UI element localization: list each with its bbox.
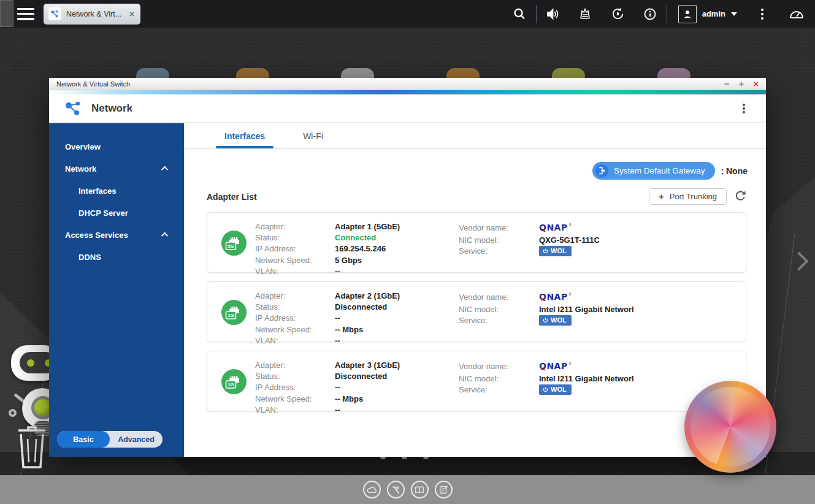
sidebar-item-overview[interactable]: Overview [49,136,184,158]
chevron-up-icon [161,232,168,239]
adapter-speed: 5 Gbps [335,254,400,265]
field-labels: Adapter:Status:IP Address:Network Speed:… [255,221,312,277]
adapter-speed: -- Mbps [335,393,400,404]
adapter-name: Adapter 2 (1GbE) [335,290,400,301]
close-icon[interactable]: × [753,79,759,88]
sidebar: Overview Network Interfaces DHCP Server … [49,123,184,457]
wol-badge: WOL [539,384,572,395]
field-labels: Adapter:Status:IP Address:Network Speed:… [255,359,312,415]
field-values: QNAP Intel I211 Gigabit Networl WOL [539,290,634,326]
corner-tile [0,0,13,27]
sidebar-item-network[interactable]: Network [49,158,184,180]
recycle-bin-icon[interactable] [13,422,50,473]
background-tasks-icon[interactable] [569,0,602,28]
tab-close-icon[interactable]: × [129,9,134,19]
plus-icon: + [659,191,664,202]
adapter-vlan: -- [335,404,400,415]
field-labels: Vendor name:NIC model:Service: [459,290,508,326]
app-header: Network [49,94,766,123]
qnap-vendor-logo: QNAP [539,223,568,232]
adapter-vlan: -- [335,335,400,346]
basic-toggle-button[interactable]: Basic [57,431,110,448]
desktop: Network & Virt... × [0,0,815,504]
field-labels: Vendor name:NIC model:Service: [459,221,508,257]
volume-icon[interactable] [537,0,569,28]
watermark-logo [684,381,776,473]
svg-text:1G: 1G [228,313,234,318]
field-values: Adapter 1 (5GbE) Connected 169.254.5.246… [335,221,400,277]
system-default-gateway-button[interactable]: System Default Gateway [592,162,716,180]
top-bar-actions: admin [503,0,815,28]
gateway-button-label: System Default Gateway [614,166,705,175]
adapter-list-header: Adapter List + Port Trunking [207,188,746,205]
notes-icon[interactable] [435,481,453,498]
adapter-status: Disconnected [335,370,400,381]
port-trunking-button[interactable]: + Port Trunking [649,188,727,205]
qnap-vendor-logo: QNAP [539,361,568,371]
open-app-tab[interactable]: Network & Virt... × [44,4,140,25]
book-icon[interactable] [411,481,429,498]
adapter-status: Disconnected [335,301,400,312]
dashboard-gauge-icon[interactable] [778,0,815,28]
nic-model: Intel I211 Gigabit Networl [539,304,634,315]
notifications-sync-icon[interactable] [602,0,634,28]
header-gradient-bar [49,90,766,94]
field-values: QNAP Intel I211 Gigabit Networl WOL [539,359,634,395]
minimize-icon[interactable]: − [724,79,730,88]
sidebar-item-interfaces[interactable]: Interfaces [49,180,184,202]
main-menu-icon[interactable] [17,8,34,20]
tab-interfaces[interactable]: Interfaces [216,123,274,148]
gateway-row: System Default Gateway : None [207,162,748,180]
user-icon [678,5,697,23]
tab-wifi[interactable]: Wi-Fi [294,123,332,148]
adapter-5g-icon: 5G [221,231,247,256]
field-labels: Vendor name:NIC model:Service: [459,359,508,395]
tools-hammer-icon[interactable] [387,481,405,498]
adapter-vlan: -- [335,265,400,277]
sidebar-item-access-services[interactable]: Access Services [49,224,184,246]
network-virtual-switch-window: Network & Virtual Switch − + × Network O… [49,78,766,457]
network-app-icon [48,7,61,20]
adapter-card-3: 1G Adapter:Status:IP Address:Network Spe… [207,351,746,411]
qnap-vendor-logo: QNAP [539,292,568,302]
sidebar-item-ddns[interactable]: DDNS [49,246,184,268]
adapter-ip: -- [335,313,400,324]
wol-badge: WOL [539,315,572,326]
nic-model: Intel I211 Gigabit Networl [539,373,634,384]
tab-title: Network & Virt... [66,10,124,18]
bottom-dock [0,475,815,504]
more-options-icon[interactable] [746,0,778,28]
window-title: Network & Virtual Switch [56,80,130,88]
page-title: Network [91,102,132,115]
adapter-ip: -- [335,382,400,393]
advanced-toggle-button[interactable]: Advanced [110,431,163,448]
refresh-icon[interactable] [735,189,746,204]
search-icon[interactable] [503,0,536,28]
basic-advanced-toggle: Basic Advanced [57,431,163,448]
adapter-name: Adapter 1 (5GbE) [335,221,400,232]
cloud-icon[interactable] [363,481,381,498]
field-values: Adapter 3 (1GbE) Disconnected -- -- Mbps… [335,359,400,415]
gateway-value: : None [721,166,748,176]
field-values: QNAP QXG-5G1T-111C WOL [539,221,600,257]
adapter-1g-icon: 1G [221,369,247,394]
adapter-list-title: Adapter List [207,192,257,202]
gateway-icon [595,164,608,177]
window-title-bar[interactable]: Network & Virtual Switch − + × [49,78,766,90]
adapter-1g-icon: 1G [221,300,247,325]
port-trunking-label: Port Trunking [670,192,717,201]
sidebar-item-dhcp-server[interactable]: DHCP Server [49,202,184,224]
adapter-card-2: 1G Adapter:Status:IP Address:Network Spe… [207,281,746,342]
info-icon[interactable] [634,0,667,28]
maximize-icon[interactable]: + [738,79,744,88]
chevron-up-icon [161,166,168,173]
user-menu[interactable]: admin [667,5,746,23]
header-more-icon[interactable] [743,107,754,110]
field-values: Adapter 2 (1GbE) Disconnected -- -- Mbps… [335,290,400,346]
adapter-ip: 169.254.5.246 [335,243,400,254]
adapter-name: Adapter 3 (1GbE) [335,359,400,370]
top-bar: Network & Virt... × [0,0,815,28]
network-app-icon [64,100,82,117]
nic-model: QXG-5G1T-111C [539,234,600,245]
user-name: admin [702,9,725,18]
